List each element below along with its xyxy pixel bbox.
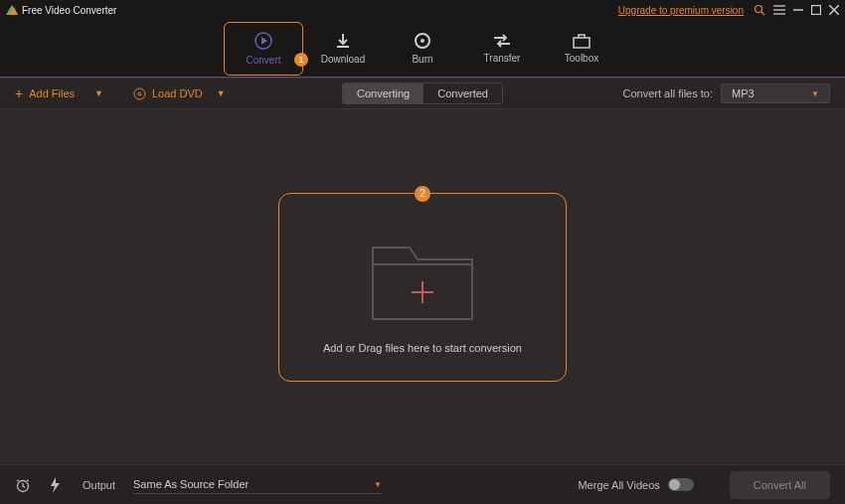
convert-all-button[interactable]: Convert All xyxy=(730,471,830,499)
nav-label: Burn xyxy=(412,54,432,65)
lightning-icon[interactable] xyxy=(49,477,61,493)
format-select[interactable]: MP3 ▼ xyxy=(721,84,830,103)
chevron-down-icon: ▼ xyxy=(94,88,103,98)
svg-rect-15 xyxy=(574,38,590,48)
add-files-label: Add Files xyxy=(29,87,75,99)
download-icon xyxy=(334,32,352,50)
status-tabs: Converting Converted xyxy=(342,83,503,104)
dropzone-hint: Add or Drag files here to start conversi… xyxy=(323,342,522,354)
app-logo-icon xyxy=(6,5,18,15)
merge-videos-control: Merge All Videos xyxy=(578,478,693,491)
folder-add-icon xyxy=(368,230,477,324)
nav-download[interactable]: Download xyxy=(303,22,383,76)
nav-label: Download xyxy=(321,54,365,65)
nav-burn[interactable]: Burn xyxy=(383,22,462,76)
format-value: MP3 xyxy=(732,87,755,99)
step-marker-2: 2 xyxy=(415,186,430,202)
titlebar: Free Video Converter Upgrade to premium … xyxy=(0,0,845,20)
svg-point-17 xyxy=(138,92,141,95)
output-folder-select[interactable]: Same As Source Folder ▼ xyxy=(133,475,382,494)
svg-rect-8 xyxy=(812,6,821,15)
transfer-icon xyxy=(492,33,512,49)
merge-label: Merge All Videos xyxy=(578,479,659,491)
disc-icon xyxy=(133,87,146,100)
load-dvd-label: Load DVD xyxy=(152,87,203,99)
tab-converting[interactable]: Converting xyxy=(343,84,423,103)
nav-transfer[interactable]: Transfer xyxy=(462,22,542,76)
menu-icon[interactable] xyxy=(773,5,785,15)
svg-point-2 xyxy=(756,6,762,13)
chevron-down-icon: ▼ xyxy=(374,480,382,489)
convert-icon xyxy=(254,31,273,51)
upgrade-link[interactable]: Upgrade to premium version xyxy=(618,5,744,16)
main-nav: Convert 1 Download Burn Transfer Toolbox xyxy=(0,20,845,78)
content-area: 2 Add or Drag files here to start conver… xyxy=(0,109,845,464)
search-icon[interactable] xyxy=(754,4,765,16)
close-icon[interactable] xyxy=(829,5,839,15)
svg-point-14 xyxy=(421,39,424,43)
chevron-down-icon: ▼ xyxy=(811,89,819,98)
tab-converted[interactable]: Converted xyxy=(423,84,502,103)
nav-label: Toolbox xyxy=(565,53,598,64)
nav-label: Convert xyxy=(246,55,280,66)
svg-marker-21 xyxy=(51,477,60,493)
plus-icon: + xyxy=(15,85,23,101)
app-title: Free Video Converter xyxy=(22,5,116,16)
svg-point-16 xyxy=(134,88,145,99)
merge-toggle[interactable] xyxy=(668,478,694,491)
toolbar: + Add Files ▼ Load DVD ▼ Converting Conv… xyxy=(0,78,845,109)
dropzone[interactable]: 2 Add or Drag files here to start conver… xyxy=(278,193,567,382)
window-controls xyxy=(773,5,839,15)
minimize-icon[interactable] xyxy=(793,5,803,15)
maximize-icon[interactable] xyxy=(811,5,821,15)
output-label: Output xyxy=(83,479,115,491)
svg-marker-12 xyxy=(261,37,267,45)
clock-icon[interactable] xyxy=(15,477,31,493)
svg-line-3 xyxy=(761,12,764,15)
load-dvd-button[interactable]: Load DVD ▼ xyxy=(133,87,226,100)
nav-toolbox[interactable]: Toolbox xyxy=(542,22,621,76)
convert-all-label: Convert all files to: xyxy=(623,87,713,99)
chevron-down-icon: ▼ xyxy=(217,88,226,98)
footer: Output Same As Source Folder ▼ Merge All… xyxy=(0,464,845,504)
nav-label: Transfer xyxy=(484,53,521,64)
nav-convert[interactable]: Convert 1 xyxy=(224,22,303,76)
burn-icon xyxy=(414,32,431,50)
output-value: Same As Source Folder xyxy=(133,478,249,490)
toolbox-icon xyxy=(573,33,591,49)
add-files-button[interactable]: + Add Files ▼ xyxy=(15,85,103,101)
